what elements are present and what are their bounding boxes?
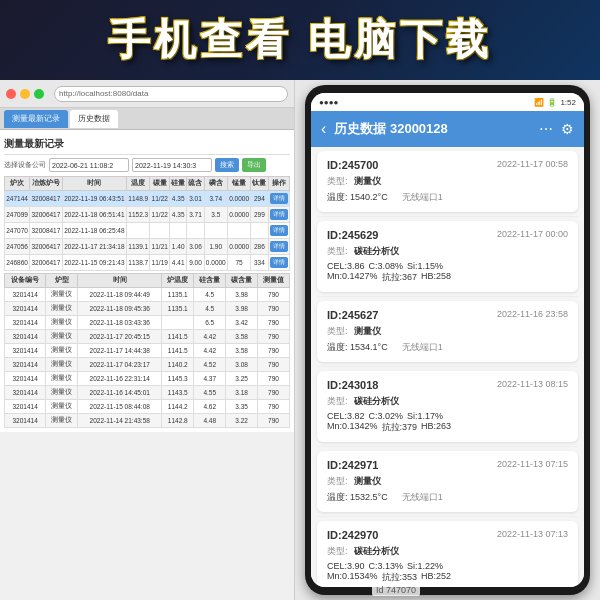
history-divider bbox=[317, 216, 578, 217]
type-value: 测量仪 bbox=[354, 325, 381, 338]
detail-button[interactable]: 详情 bbox=[270, 193, 288, 204]
history-item[interactable]: ID:2429712022-11-13 07:15类型:测量仪温度: 1532.… bbox=[317, 451, 578, 512]
detail-button[interactable]: 详情 bbox=[270, 241, 288, 252]
table-cell bbox=[150, 223, 170, 239]
table-cell: 1140.2 bbox=[162, 358, 194, 372]
table-cell: 3.58 bbox=[226, 344, 258, 358]
browser-minimize-btn[interactable] bbox=[20, 89, 30, 99]
history-type-row: 类型:碳硅分析仪 bbox=[327, 395, 568, 408]
analysis-row: CEL:3.82C:3.02%Si:1.17% bbox=[327, 411, 568, 421]
settings-icon[interactable]: ⚙ bbox=[561, 121, 574, 137]
status-time: 1:52 bbox=[560, 98, 576, 107]
filter-row: 选择设备公司 搜索 导出 bbox=[4, 158, 290, 172]
history-time: 2022-11-13 08:15 bbox=[497, 379, 568, 389]
history-item[interactable]: ID:2456272022-11-16 23:58类型:测量仪温度: 1534.… bbox=[317, 301, 578, 362]
bt-col1: 设备编号 bbox=[5, 274, 46, 288]
table-cell: 32008417 bbox=[30, 191, 62, 207]
bottom-table-area: 设备编号 炉型 时间 炉温度 硅含量 碳含量 测量值 3201414测量仪202… bbox=[4, 273, 290, 428]
filter-date-to[interactable] bbox=[132, 158, 212, 172]
table-cell: 3201414 bbox=[5, 344, 46, 358]
history-time: 2022-11-13 07:15 bbox=[497, 459, 568, 469]
table-cell: 3201414 bbox=[5, 330, 46, 344]
sub-value: 无线端口1 bbox=[402, 341, 443, 354]
table-cell: 790 bbox=[258, 344, 290, 358]
table-cell: 3.5 bbox=[204, 207, 227, 223]
type-value: 测量仪 bbox=[354, 175, 381, 188]
table-cell: 790 bbox=[258, 400, 290, 414]
history-item[interactable]: ID:2429702022-11-13 07:13类型:碳硅分析仪CEL:3.9… bbox=[317, 521, 578, 587]
history-item[interactable]: ID:2457002022-11-17 00:58类型:测量仪温度: 1540.… bbox=[317, 151, 578, 212]
table-cell: 详情 bbox=[268, 191, 289, 207]
analysis-value: Si:1.22% bbox=[407, 561, 443, 571]
table-cell: 3201414 bbox=[5, 386, 46, 400]
table-cell: 1139.1 bbox=[127, 239, 150, 255]
table-cell: 11/22 bbox=[150, 191, 170, 207]
table-cell: 详情 bbox=[268, 223, 289, 239]
export-button[interactable]: 导出 bbox=[242, 158, 266, 172]
browser-url[interactable]: http://localhost:8080/data bbox=[54, 86, 288, 102]
detail-button[interactable]: 详情 bbox=[270, 225, 288, 236]
table-cell: 3201414 bbox=[5, 358, 46, 372]
bt-col3: 时间 bbox=[78, 274, 162, 288]
detail-button[interactable]: 详情 bbox=[270, 257, 288, 268]
table-cell: 详情 bbox=[268, 255, 289, 271]
table-cell: 75 bbox=[227, 255, 250, 271]
history-item[interactable]: ID:2430182022-11-13 08:15类型:碳硅分析仪CEL:3.8… bbox=[317, 371, 578, 442]
table-cell: 4.48 bbox=[194, 414, 226, 428]
history-time: 2022-11-13 07:13 bbox=[497, 529, 568, 539]
table-cell: 6.5 bbox=[194, 316, 226, 330]
browser-bar: http://localhost:8080/data bbox=[0, 80, 294, 108]
analysis-value2: HB:252 bbox=[421, 571, 451, 584]
type-value: 碳硅分析仪 bbox=[354, 245, 399, 258]
table-cell bbox=[170, 223, 187, 239]
filter-label-company: 选择设备公司 bbox=[4, 160, 46, 170]
table-cell: 3201414 bbox=[5, 288, 46, 302]
back-button[interactable]: ‹ bbox=[321, 120, 326, 138]
phone-status-bar: ●●●● 📶 🔋 1:52 bbox=[311, 93, 584, 111]
table-cell: 详情 bbox=[268, 239, 289, 255]
table-cell: 11/21 bbox=[150, 239, 170, 255]
col-header-p: 磷含 bbox=[204, 177, 227, 191]
analysis-value: C:3.08% bbox=[369, 261, 404, 271]
history-type-row: 类型:测量仪 bbox=[327, 175, 568, 188]
type-value: 测量仪 bbox=[354, 475, 381, 488]
analysis-value: CEL:3.82 bbox=[327, 411, 365, 421]
col-header-op: 操作 bbox=[268, 177, 289, 191]
history-item[interactable]: ID:2456292022-11-17 00:00类型:碳硅分析仪CEL:3.8… bbox=[317, 221, 578, 292]
history-item-header: ID:2456272022-11-16 23:58 bbox=[327, 309, 568, 321]
header-icons: ⋯ ⚙ bbox=[539, 121, 574, 137]
browser-maximize-btn[interactable] bbox=[34, 89, 44, 99]
data-area: 测量最新记录 选择设备公司 搜索 导出 炉次 冶炼炉号 时间 温度 碳量 bbox=[0, 130, 294, 432]
tab-history[interactable]: 历史数据 bbox=[70, 110, 118, 128]
type-label: 类型: bbox=[327, 245, 348, 258]
col-header-mn: 锰量 bbox=[227, 177, 250, 191]
table-cell: 详情 bbox=[268, 207, 289, 223]
table-cell: 2022-11-18 06:25:48 bbox=[62, 223, 127, 239]
history-divider bbox=[317, 516, 578, 517]
detail-button[interactable]: 详情 bbox=[270, 209, 288, 220]
table-row: 3201414测量仪2022-11-18 09:44:491135.14.53.… bbox=[5, 288, 290, 302]
table-cell: 3201414 bbox=[5, 400, 46, 414]
more-icon[interactable]: ⋯ bbox=[539, 121, 553, 137]
phone-frame: ●●●● 📶 🔋 1:52 ‹ 历史数据 32000128 ⋯ ⚙ bbox=[305, 85, 590, 595]
history-id: ID:245629 bbox=[327, 229, 378, 241]
table-cell: 1141.5 bbox=[162, 344, 194, 358]
tab-measurement[interactable]: 测量最新记录 bbox=[4, 110, 68, 128]
table-cell: 790 bbox=[258, 316, 290, 330]
table-cell: 3.18 bbox=[226, 386, 258, 400]
table-cell: 4.35 bbox=[170, 191, 187, 207]
table-cell: 2022-11-14 21:43:58 bbox=[78, 414, 162, 428]
history-data-row: 温度: 1532.5°C无线端口1 bbox=[327, 491, 568, 504]
browser-close-btn[interactable] bbox=[6, 89, 16, 99]
sub-value: 无线端口1 bbox=[402, 191, 443, 204]
table-row: 3201414测量仪2022-11-17 14:44:381141.54.423… bbox=[5, 344, 290, 358]
data-label: 温度: 1532.5°C bbox=[327, 491, 388, 504]
analysis-value: Si:1.15% bbox=[407, 261, 443, 271]
table-cell: 2022-11-15 08:44:08 bbox=[78, 400, 162, 414]
history-data-row: 温度: 1534.1°C无线端口1 bbox=[327, 341, 568, 354]
table-cell: 3.25 bbox=[226, 372, 258, 386]
filter-date-from[interactable] bbox=[49, 158, 129, 172]
table-cell: 1144.2 bbox=[162, 400, 194, 414]
table-cell: 1142.8 bbox=[162, 414, 194, 428]
search-button[interactable]: 搜索 bbox=[215, 158, 239, 172]
